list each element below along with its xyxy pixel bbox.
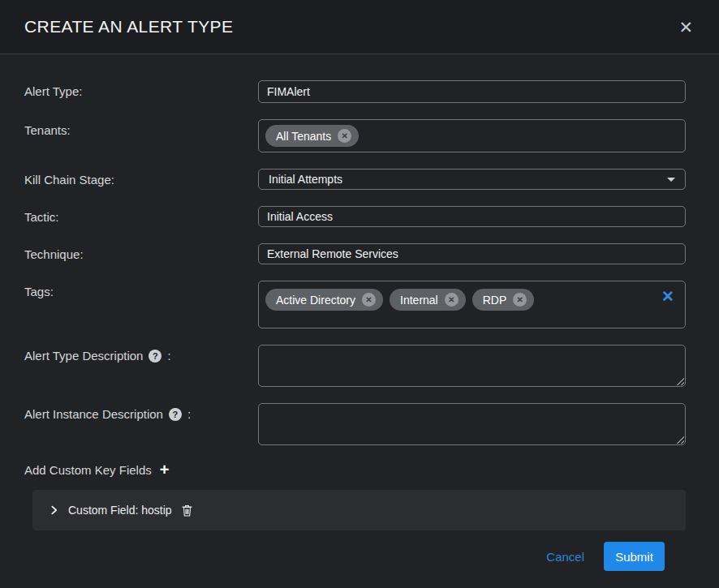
tag-chip-label: Active Directory bbox=[276, 294, 355, 307]
tags-input[interactable]: Active Directory ✕ Internal ✕ RDP ✕ ✕ bbox=[258, 281, 686, 328]
dialog-footer: Cancel Submit bbox=[24, 542, 686, 571]
row-alert-type-description: Alert Type Description ? : bbox=[24, 345, 686, 387]
tag-chip-remove-icon[interactable]: ✕ bbox=[362, 293, 376, 307]
alert-type-description-label: Alert Type Description bbox=[24, 349, 143, 363]
tag-chip[interactable]: RDP ✕ bbox=[472, 289, 535, 311]
kill-chain-stage-label: Kill Chain Stage: bbox=[24, 169, 258, 187]
create-alert-type-dialog: CREATE AN ALERT TYPE ✕ Alert Type: Tenan… bbox=[0, 0, 719, 588]
alert-instance-description-label: Alert Instance Description bbox=[24, 407, 163, 421]
row-alert-type: Alert Type: bbox=[24, 80, 686, 103]
tag-chip-remove-icon[interactable]: ✕ bbox=[513, 293, 527, 307]
chevron-right-icon[interactable] bbox=[49, 504, 59, 516]
tag-chip-label: Internal bbox=[400, 294, 438, 307]
tags-clear-all-icon[interactable]: ✕ bbox=[661, 289, 674, 304]
technique-input[interactable] bbox=[258, 243, 686, 264]
tenant-chip-remove-icon[interactable]: ✕ bbox=[338, 129, 351, 143]
custom-field-row[interactable]: Custom Field: hostip bbox=[32, 490, 686, 530]
tag-chip[interactable]: Active Directory ✕ bbox=[265, 289, 383, 311]
trash-icon[interactable] bbox=[181, 504, 193, 517]
tenants-input[interactable]: All Tenants ✕ bbox=[258, 119, 686, 152]
alert-type-label: Alert Type: bbox=[24, 80, 258, 98]
row-alert-instance-description: Alert Instance Description ? : bbox=[24, 403, 686, 445]
dialog-body: Alert Type: Tenants: All Tenants ✕ Kill … bbox=[0, 54, 719, 571]
row-tactic: Tactic: bbox=[24, 206, 686, 227]
tenant-chip[interactable]: All Tenants ✕ bbox=[265, 125, 359, 147]
alert-instance-description-textarea[interactable] bbox=[258, 403, 686, 445]
dialog-title: CREATE AN ALERT TYPE bbox=[24, 17, 233, 36]
tenant-chip-label: All Tenants bbox=[276, 130, 331, 143]
tag-chip-label: RDP bbox=[483, 294, 507, 307]
submit-button[interactable]: Submit bbox=[604, 542, 665, 571]
help-icon[interactable]: ? bbox=[149, 350, 161, 363]
row-kill-chain-stage: Kill Chain Stage: Initial Attempts bbox=[24, 169, 686, 190]
tag-chip[interactable]: Internal ✕ bbox=[390, 289, 466, 311]
technique-label: Technique: bbox=[24, 243, 258, 261]
close-icon[interactable]: ✕ bbox=[677, 17, 695, 37]
chevron-down-icon bbox=[667, 178, 675, 182]
alert-type-input[interactable] bbox=[258, 80, 686, 103]
row-technique: Technique: bbox=[24, 243, 686, 264]
label-colon: : bbox=[167, 349, 170, 363]
kill-chain-stage-select[interactable]: Initial Attempts bbox=[258, 169, 686, 190]
row-tenants: Tenants: All Tenants ✕ bbox=[24, 119, 686, 152]
help-icon[interactable]: ? bbox=[169, 408, 182, 421]
kill-chain-stage-value: Initial Attempts bbox=[269, 173, 342, 186]
add-custom-key-fields-label: Add Custom Key Fields bbox=[24, 463, 152, 477]
tags-label: Tags: bbox=[24, 281, 258, 298]
cancel-button[interactable]: Cancel bbox=[546, 550, 584, 564]
alert-type-description-textarea[interactable] bbox=[258, 345, 686, 387]
label-colon: : bbox=[187, 407, 191, 421]
row-tags: Tags: Active Directory ✕ Internal ✕ RDP … bbox=[24, 281, 686, 328]
tenants-label: Tenants: bbox=[24, 119, 258, 137]
dialog-header: CREATE AN ALERT TYPE ✕ bbox=[0, 0, 719, 54]
tactic-input[interactable] bbox=[258, 206, 686, 227]
tactic-label: Tactic: bbox=[24, 206, 258, 224]
add-icon[interactable]: + bbox=[160, 461, 170, 478]
custom-field-label: Custom Field: hostip bbox=[68, 504, 172, 517]
tag-chip-remove-icon[interactable]: ✕ bbox=[445, 293, 459, 307]
add-custom-key-fields: Add Custom Key Fields + bbox=[24, 461, 686, 478]
